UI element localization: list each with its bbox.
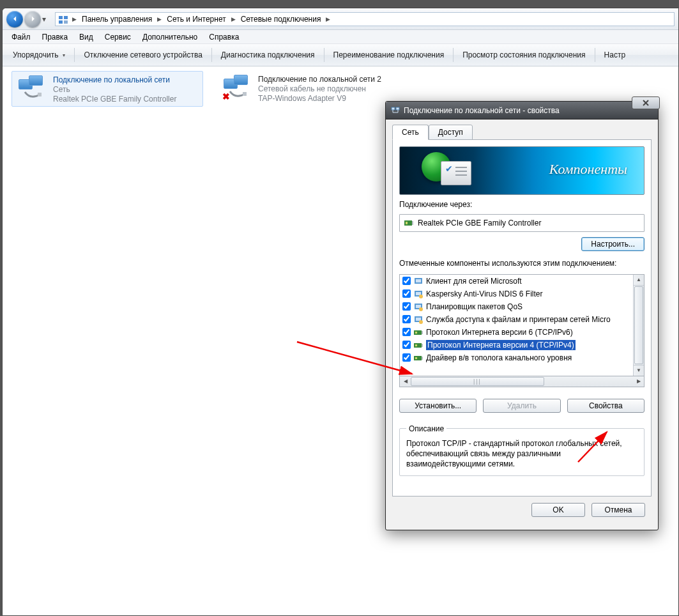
breadcrumb-network[interactable]: Сеть и Интернет xyxy=(164,15,228,24)
component-checkbox[interactable] xyxy=(402,302,411,311)
tab-access[interactable]: Доступ xyxy=(429,125,473,140)
component-row[interactable]: Протокол Интернета версии 4 (TCP/IPv4) xyxy=(400,339,633,351)
components-listbox-wrapper: Клиент для сетей MicrosoftKaspersky Anti… xyxy=(399,274,645,387)
network-adapter-disconnected-icon: ✖ xyxy=(222,75,253,102)
connection-title: Подключение по локальной сети 2 xyxy=(258,75,381,84)
breadcrumb-root[interactable]: Панель управления xyxy=(79,15,155,24)
scroll-thumb[interactable]: ||| xyxy=(411,377,544,386)
scroll-down-button[interactable]: ▼ xyxy=(634,365,644,376)
network-icon xyxy=(391,106,400,115)
organize-button[interactable]: Упорядочить xyxy=(5,47,73,63)
svg-rect-4 xyxy=(38,93,42,96)
component-row[interactable]: Клиент для сетей Microsoft xyxy=(400,275,633,288)
connection-item-lan1[interactable]: Подключение по локальной сети Сеть Realt… xyxy=(11,71,203,107)
disable-device-button[interactable]: Отключение сетевого устройства xyxy=(76,47,210,63)
chevron-right-icon: ▶ xyxy=(156,16,163,22)
component-icon xyxy=(413,302,423,312)
diagnose-button[interactable]: Диагностика подключения xyxy=(213,47,323,63)
connection-status: Сетевой кабель не подключен xyxy=(258,84,381,93)
nav-back-button[interactable] xyxy=(6,11,23,27)
menu-file[interactable]: Файл xyxy=(6,31,36,43)
view-status-button[interactable]: Просмотр состояния подключения xyxy=(455,47,593,63)
component-checkbox[interactable] xyxy=(402,289,411,298)
component-row[interactable]: Kaspersky Anti-Virus NDIS 6 Filter xyxy=(400,288,633,300)
cancel-button[interactable]: Отмена xyxy=(591,503,645,517)
component-checkbox[interactable] xyxy=(402,341,411,349)
properties-button[interactable]: Свойства xyxy=(567,399,645,413)
address-bar[interactable]: ▶ Панель управления ▶ Сеть и Интернет ▶ … xyxy=(55,12,675,26)
menu-help[interactable]: Справка xyxy=(204,31,244,43)
component-checkbox[interactable] xyxy=(402,328,411,336)
connection-text: Подключение по локальной сети 2 Сетевой … xyxy=(258,75,381,103)
menu-view[interactable]: Вид xyxy=(74,31,98,43)
control-panel-icon xyxy=(58,14,68,24)
component-row[interactable]: Планировщик пакетов QoS xyxy=(400,300,633,313)
dialog-titlebar[interactable]: Подключение по локальной сети - свойства xyxy=(386,102,658,119)
svg-point-18 xyxy=(419,307,423,311)
menu-edit[interactable]: Правка xyxy=(37,31,73,43)
svg-rect-6 xyxy=(392,107,395,110)
components-listbox[interactable]: Клиент для сетей MicrosoftKaspersky Anti… xyxy=(399,274,645,376)
scroll-right-button[interactable]: ▶ xyxy=(633,376,644,387)
device-name-box: Realtek PCIe GBE Family Controller xyxy=(399,214,645,232)
svg-rect-22 xyxy=(414,330,422,335)
svg-rect-26 xyxy=(415,344,417,346)
clipboard-icon xyxy=(441,161,471,185)
components-banner: Компоненты xyxy=(399,146,645,195)
scroll-thumb[interactable] xyxy=(634,286,643,364)
connect-using-label: Подключение через: xyxy=(399,200,645,209)
svg-rect-7 xyxy=(396,107,399,110)
settings-button[interactable]: Настр xyxy=(597,47,634,63)
component-checkbox[interactable] xyxy=(402,277,411,285)
tab-panel-network: Компоненты Подключение через: Realtek PC… xyxy=(392,139,652,497)
svg-rect-12 xyxy=(416,279,421,282)
rename-button[interactable]: Переименование подключения xyxy=(326,47,452,63)
nic-icon xyxy=(404,218,414,228)
svg-rect-3 xyxy=(64,20,68,24)
device-name-text: Realtek PCIe GBE Family Controller xyxy=(418,219,541,227)
svg-rect-10 xyxy=(412,221,413,225)
dialog-tabs: Сеть Доступ xyxy=(392,125,652,140)
scroll-left-button[interactable]: ◀ xyxy=(400,376,411,387)
scroll-up-button[interactable]: ▲ xyxy=(634,275,644,286)
connection-text: Подключение по локальной сети Сеть Realt… xyxy=(53,75,176,104)
svg-rect-14 xyxy=(416,292,421,295)
component-row[interactable]: Протокол Интернета версии 6 (TCP/IPv6) xyxy=(400,326,633,339)
connection-device: Realtek PCIe GBE Family Controller xyxy=(53,95,176,104)
vertical-scrollbar[interactable]: ▲ ▼ xyxy=(633,275,644,376)
chevron-right-icon: ▶ xyxy=(71,16,78,22)
svg-rect-25 xyxy=(414,343,422,348)
svg-rect-20 xyxy=(416,318,421,321)
configure-button[interactable]: Настроить... xyxy=(581,237,645,251)
component-icon xyxy=(413,353,423,363)
chevron-right-icon: ▶ xyxy=(230,16,237,22)
connection-properties-dialog: Подключение по локальной сети - свойства… xyxy=(385,101,659,530)
menu-advanced[interactable]: Дополнительно xyxy=(137,31,202,43)
dialog-close-button[interactable] xyxy=(632,96,660,109)
svg-rect-24 xyxy=(422,331,423,334)
component-icon xyxy=(413,276,423,286)
separator xyxy=(324,48,324,62)
separator xyxy=(453,48,454,62)
svg-rect-8 xyxy=(404,220,412,226)
install-button[interactable]: Установить... xyxy=(399,399,477,413)
svg-rect-29 xyxy=(415,357,417,359)
horizontal-scrollbar[interactable]: ◀ ||| ▶ xyxy=(399,376,645,387)
component-label: Kaspersky Anti-Virus NDIS 6 Filter xyxy=(426,289,543,298)
menu-tools[interactable]: Сервис xyxy=(100,31,136,43)
ok-button[interactable]: OK xyxy=(531,503,585,517)
nav-history-dropdown[interactable]: ▾ xyxy=(42,15,50,24)
components-used-label: Отмеченные компоненты используются этим … xyxy=(399,259,645,269)
component-row[interactable]: Служба доступа к файлам и принтерам сете… xyxy=(400,313,633,326)
component-label: Протокол Интернета версии 6 (TCP/IPv6) xyxy=(426,328,573,337)
svg-rect-1 xyxy=(64,16,68,19)
component-checkbox[interactable] xyxy=(402,353,411,362)
tab-network[interactable]: Сеть xyxy=(392,125,429,140)
dialog-footer: OK Отмена xyxy=(392,497,652,523)
component-row[interactable]: Драйвер в/в тополога канального уровня xyxy=(400,351,633,364)
component-checkbox[interactable] xyxy=(402,315,411,323)
connection-item-lan2[interactable]: ✖ Подключение по локальной сети 2 Сетево… xyxy=(217,71,409,107)
breadcrumb-connections[interactable]: Сетевые подключения xyxy=(238,15,324,24)
svg-rect-28 xyxy=(414,356,422,360)
nav-forward-button[interactable] xyxy=(24,11,41,27)
